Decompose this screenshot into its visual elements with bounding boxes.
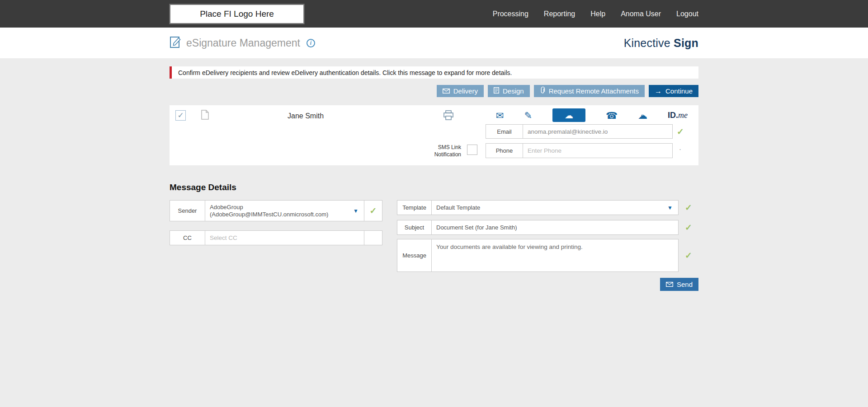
idme-logo[interactable]: ID.me xyxy=(668,111,688,120)
main-content: Confirm eDelivery recipients and review … xyxy=(0,58,868,291)
authentication-method-row: ✉ ✎ ☁ ☎ ☁ R ID.me xyxy=(496,108,688,123)
send-envelope-icon xyxy=(666,281,673,288)
cc-label: CC xyxy=(170,230,205,245)
sms-notification-checkbox[interactable] xyxy=(467,145,477,155)
brand-logo: Kinective Sign xyxy=(624,37,698,50)
recipient-checkbox[interactable]: ✓ xyxy=(175,110,186,121)
sender-row: Sender AdobeGroup (AdobeGroup@IMMTestCU.… xyxy=(170,200,382,221)
fi-logo-text: Place FI Logo Here xyxy=(200,9,274,19)
recipient-name: Jane Smith xyxy=(288,112,324,120)
page-title: eSignature Management xyxy=(186,37,300,49)
subject-label: Subject xyxy=(397,220,432,235)
template-row: Template Default Template ▼ ✓ xyxy=(397,200,698,215)
sender-valid-check-icon: ✓ xyxy=(370,206,377,216)
message-details-section: Sender AdobeGroup (AdobeGroup@IMMTestCU.… xyxy=(170,200,698,272)
send-label: Send xyxy=(677,281,693,288)
phone-input[interactable] xyxy=(523,143,673,158)
message-textarea[interactable]: Your documents are available for viewing… xyxy=(431,239,679,272)
document-status-icon xyxy=(201,110,209,122)
send-row: Send xyxy=(170,278,698,291)
cc-check-cell xyxy=(364,230,382,245)
sender-column: Sender AdobeGroup (AdobeGroup@IMMTestCU.… xyxy=(170,200,382,245)
email-label: Email xyxy=(486,124,523,139)
alert-banner[interactable]: Confirm eDelivery recipients and review … xyxy=(170,66,698,79)
delivery-button[interactable]: Delivery xyxy=(437,85,484,97)
email-valid-check-icon: ✓ xyxy=(677,126,684,137)
nav-user-menu[interactable]: Anoma User xyxy=(621,10,661,18)
subject-row: Subject Document Set (for Jane Smith) ✓ xyxy=(397,220,698,235)
continue-button[interactable]: → Continue xyxy=(649,85,698,97)
checkbox-check-icon: ✓ xyxy=(177,111,184,120)
top-bar: Place FI Logo Here Processing Reporting … xyxy=(0,0,868,28)
template-label: Template xyxy=(397,200,432,215)
sms-link-notification-label: SMS Link Notification xyxy=(423,144,461,158)
delivery-label: Delivery xyxy=(453,87,478,95)
top-nav: Processing Reporting Help Anoma User Log… xyxy=(493,10,698,18)
cc-row: CC xyxy=(170,230,382,245)
request-remote-attachments-label: Request Remote Attachments xyxy=(549,87,639,95)
send-button[interactable]: Send xyxy=(660,278,698,291)
esignature-doc-icon xyxy=(170,36,181,50)
message-label: Message xyxy=(397,239,432,272)
nav-logout[interactable]: Logout xyxy=(676,10,698,18)
printer-icon[interactable] xyxy=(443,110,454,122)
action-toolbar: Delivery Design Request Remote Attachmen… xyxy=(170,85,698,97)
sender-dropdown-arrow-icon[interactable]: ▼ xyxy=(353,208,359,214)
template-check-cell: ✓ xyxy=(679,200,698,215)
template-dropdown[interactable]: Default Template ▼ xyxy=(431,200,679,215)
brand-sign: Sign xyxy=(674,37,698,49)
template-column: Template Default Template ▼ ✓ Subject Do… xyxy=(397,200,698,272)
nav-help[interactable]: Help xyxy=(590,10,605,18)
alert-text: Confirm eDelivery recipients and review … xyxy=(178,69,512,76)
paperclip-icon xyxy=(540,87,545,95)
phone-status-dot: · xyxy=(679,145,681,153)
template-valid-check-icon: ✓ xyxy=(685,202,692,213)
email-auth-icon[interactable]: ✉ xyxy=(496,111,504,120)
message-row: Message Your documents are available for… xyxy=(397,239,698,272)
delivery-envelope-icon xyxy=(443,87,450,95)
signature-pen-icon[interactable]: ✎ xyxy=(524,111,533,120)
subject-field[interactable]: Document Set (for Jane Smith) xyxy=(431,220,679,235)
recipient-card: ✓ Jane Smith ✉ ✎ ☁ xyxy=(170,105,698,165)
continue-arrow-icon: → xyxy=(655,88,662,95)
cloud-signature-icon-selected[interactable]: ☁ xyxy=(552,108,585,122)
design-doc-icon xyxy=(494,87,499,95)
design-label: Design xyxy=(503,87,524,95)
phone-label: Phone xyxy=(486,143,523,158)
request-remote-attachments-button[interactable]: Request Remote Attachments xyxy=(534,85,645,97)
design-button[interactable]: Design xyxy=(488,85,530,97)
phone-auth-icon[interactable]: ☎ xyxy=(606,111,618,120)
continue-label: Continue xyxy=(665,87,693,95)
sender-check-cell: ✓ xyxy=(364,200,382,221)
template-dropdown-arrow-icon[interactable]: ▼ xyxy=(667,205,673,211)
fi-logo-placeholder: Place FI Logo Here xyxy=(170,4,304,24)
brand-kinective: Kinective xyxy=(624,37,670,49)
cloud-icon: ☁ xyxy=(565,110,573,121)
sender-label: Sender xyxy=(170,200,205,221)
nav-reporting[interactable]: Reporting xyxy=(544,10,575,18)
subject-check-cell: ✓ xyxy=(679,220,698,235)
message-details-heading: Message Details xyxy=(170,182,698,192)
message-check-cell: ✓ xyxy=(679,239,698,272)
sender-dropdown[interactable]: AdobeGroup (AdobeGroup@IMMTestCU.onmicro… xyxy=(205,200,364,221)
message-valid-check-icon: ✓ xyxy=(685,250,692,261)
subject-valid-check-icon: ✓ xyxy=(685,222,692,233)
nav-processing[interactable]: Processing xyxy=(493,10,528,18)
remote-cloud-icon[interactable]: ☁ R xyxy=(638,111,647,120)
info-icon[interactable]: i xyxy=(307,39,315,47)
email-input[interactable] xyxy=(523,124,673,139)
cc-input[interactable] xyxy=(205,230,364,245)
page-header: eSignature Management i Kinective Sign xyxy=(0,28,868,58)
